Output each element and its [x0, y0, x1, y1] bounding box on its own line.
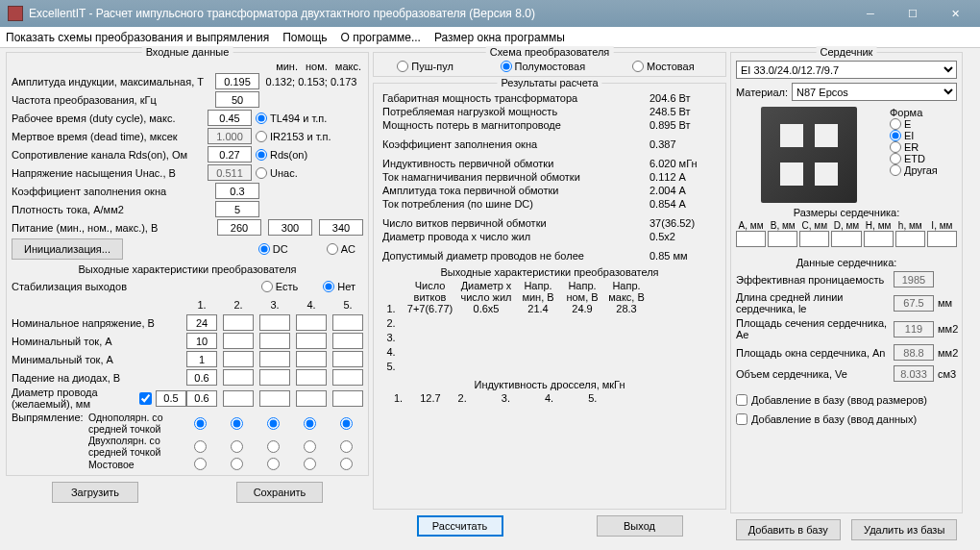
size-c[interactable] [799, 231, 829, 247]
ir2153-radio[interactable] [256, 131, 267, 142]
diod-5[interactable] [332, 369, 363, 386]
size-h[interactable] [895, 231, 925, 247]
perm-input[interactable] [894, 271, 934, 288]
core-select[interactable]: EI 33.0/24.0/12.7/9.7 [736, 61, 957, 79]
exit-button[interactable]: Выход [597, 515, 683, 537]
size-H[interactable] [864, 231, 894, 247]
load-button[interactable]: Загрузить [52, 482, 138, 503]
dc-radio[interactable] [258, 243, 270, 255]
output-char-title: Выходные характеристики преобразователя [12, 263, 363, 275]
diod-1[interactable] [186, 369, 217, 386]
init-button[interactable]: Инициализация... [12, 238, 123, 260]
rect1-4[interactable] [304, 417, 316, 430]
nomc-2[interactable] [223, 333, 254, 349]
minc-2[interactable] [223, 351, 254, 367]
diod-3[interactable] [259, 369, 290, 386]
nomv-4[interactable] [296, 314, 327, 331]
power-min-input[interactable] [217, 219, 261, 236]
size-b[interactable] [768, 231, 797, 247]
shape-e-radio[interactable] [890, 118, 901, 130]
rect1-1[interactable] [194, 417, 207, 430]
size-d[interactable] [831, 231, 861, 247]
duty-input[interactable] [208, 110, 252, 126]
nomv-2[interactable] [223, 314, 254, 331]
minc-1[interactable] [186, 351, 217, 367]
calculate-button[interactable]: Рассчитать [417, 515, 503, 537]
nomc-5[interactable] [332, 333, 363, 349]
rect3-1[interactable] [194, 458, 207, 470]
rect2-2[interactable] [231, 440, 243, 453]
rect3-4[interactable] [304, 458, 316, 470]
dead-input[interactable] [208, 128, 252, 144]
maximize-button[interactable]: ☐ [892, 3, 934, 24]
minimize-button[interactable]: ─ [849, 3, 892, 24]
halfbridge-radio[interactable] [501, 61, 512, 72]
ve-input[interactable] [894, 365, 934, 382]
wire-3[interactable] [259, 390, 290, 407]
size-i[interactable] [927, 231, 957, 247]
size-a[interactable] [736, 231, 766, 247]
save-button[interactable]: Сохранить [236, 482, 323, 503]
freq-input[interactable] [215, 91, 259, 108]
diod-2[interactable] [223, 369, 254, 386]
wire-0[interactable] [156, 390, 186, 407]
minc-3[interactable] [259, 351, 290, 367]
shape-etd-radio[interactable] [890, 153, 901, 164]
nomv-5[interactable] [332, 314, 363, 331]
add-data-checkbox[interactable] [736, 413, 747, 425]
le-input[interactable] [894, 295, 934, 312]
wire-5[interactable] [332, 390, 363, 407]
usat-input[interactable] [208, 164, 252, 181]
rect2-5[interactable] [340, 440, 353, 453]
menu-schemes[interactable]: Показать схемы преобразования и выпрямле… [6, 31, 269, 44]
stab-no-radio[interactable] [323, 281, 334, 292]
shape-er-radio[interactable] [890, 141, 901, 153]
rect1-3[interactable] [267, 417, 280, 430]
rect1-2[interactable] [231, 417, 243, 430]
rdson-radio[interactable] [256, 149, 267, 161]
rect1-5[interactable] [340, 417, 353, 430]
rect2-4[interactable] [304, 440, 316, 453]
amplitude-input[interactable] [215, 73, 259, 89]
rect3-2[interactable] [231, 458, 243, 470]
rect2-1[interactable] [194, 440, 207, 453]
close-button[interactable]: ✕ [934, 3, 976, 24]
fullbridge-radio[interactable] [632, 61, 644, 72]
menu-help[interactable]: Помощь [282, 31, 327, 44]
power-max-input[interactable] [319, 219, 363, 236]
wire-4[interactable] [296, 390, 327, 407]
ae-input[interactable] [894, 321, 934, 338]
fill-input[interactable] [215, 183, 259, 199]
rds-input[interactable] [208, 146, 252, 162]
power-nom-input[interactable] [268, 219, 312, 236]
minc-5[interactable] [332, 351, 363, 367]
tl494-radio[interactable] [256, 112, 267, 124]
an-input[interactable] [894, 344, 934, 361]
del-db-button[interactable]: Удалить из базы [851, 519, 957, 540]
wire-2[interactable] [223, 390, 254, 407]
wire-checkbox[interactable] [139, 392, 152, 405]
material-select[interactable]: N87 Epcos [792, 83, 957, 101]
rect3-3[interactable] [267, 458, 280, 470]
usat-radio[interactable] [256, 167, 267, 179]
shape-other-radio[interactable] [890, 164, 901, 176]
nomv-3[interactable] [259, 314, 290, 331]
rect2-3[interactable] [267, 440, 280, 453]
shape-ei-radio[interactable] [890, 130, 901, 141]
rect3-5[interactable] [340, 458, 353, 470]
nomv-1[interactable] [186, 314, 217, 331]
diod-4[interactable] [296, 369, 327, 386]
stab-yes-radio[interactable] [261, 281, 273, 292]
add-sizes-checkbox[interactable] [736, 394, 747, 406]
nomc-4[interactable] [296, 333, 327, 349]
nomc-3[interactable] [259, 333, 290, 349]
minc-4[interactable] [296, 351, 327, 367]
add-db-button[interactable]: Добавить в базу [736, 519, 841, 540]
pushpull-radio[interactable] [397, 61, 408, 72]
nomc-1[interactable] [186, 333, 217, 349]
ac-radio[interactable] [327, 243, 338, 255]
wire-1[interactable] [186, 390, 217, 407]
curd-input[interactable] [215, 201, 259, 217]
menu-about[interactable]: О программе... [341, 31, 421, 44]
menu-windowsize[interactable]: Размер окна программы [434, 31, 565, 44]
